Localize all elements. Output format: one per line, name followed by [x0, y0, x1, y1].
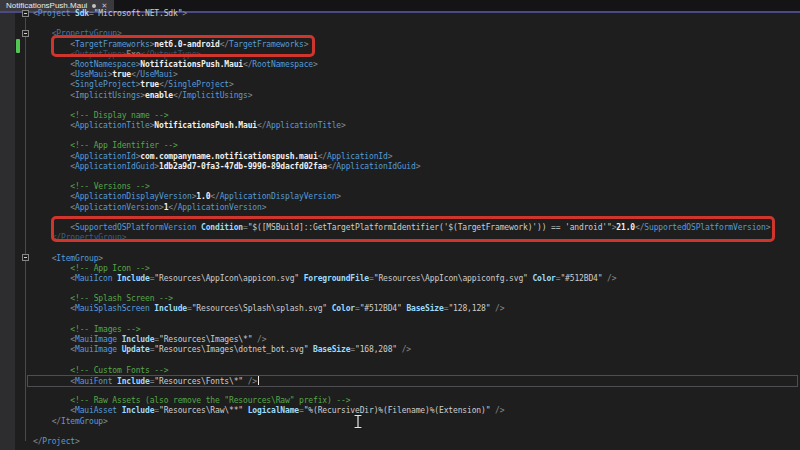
breakpoint-margin[interactable] [0, 13, 15, 450]
code-line: <MauiImage Update="Resources\Images\dotn… [33, 345, 770, 355]
fold-collapse-button[interactable] [22, 254, 29, 261]
code-line: <RootNamespace>NotificationsPush.Maui</R… [33, 60, 770, 70]
fold-collapse-button[interactable] [22, 10, 29, 17]
code-line: <MauiImage Include="Resources\Images\*" … [33, 335, 770, 345]
code-line: <!-- Splash Screen --> [33, 294, 770, 304]
code-line [33, 172, 770, 182]
code-line: </ItemGroup> [33, 417, 770, 427]
code-line [33, 315, 770, 325]
modified-dot-icon [92, 4, 96, 8]
code-line: <SupportedOSPlatformVersion Condition="$… [33, 223, 770, 233]
code-line [33, 19, 770, 29]
code-line [33, 386, 770, 396]
code-line: <MauiFont Include="Resources\Fonts\*" /> [33, 376, 770, 386]
code-line: <ImplicitUsings>enable</ImplicitUsings> [33, 91, 770, 101]
code-line: <OutputType>Exe</OutputType> [33, 50, 770, 60]
fold-collapse-button[interactable] [22, 30, 29, 37]
code-line [33, 355, 770, 365]
text-caret [258, 376, 259, 385]
code-line: <!-- App Icon --> [33, 264, 770, 274]
code-line: <ApplicationTitle>NotificationsPush.Maui… [33, 121, 770, 131]
code-line: <MauiSplashScreen Include="Resources\Spl… [33, 304, 770, 314]
code-line: <ApplicationId>com.companyname.notificat… [33, 152, 770, 162]
code-line: <UseMaui>true</UseMaui> [33, 70, 770, 80]
mouse-ibeam-cursor [353, 414, 363, 429]
code-line: <TargetFrameworks>net6.0-android</Target… [33, 40, 770, 50]
code-line: <Project Sdk="Microsoft.NET.Sdk"> [33, 9, 770, 19]
code-line: </PropertyGroup> [33, 233, 770, 243]
code-line: <!-- App Identifier --> [33, 141, 770, 151]
code-line: <!-- Custom Fonts --> [33, 366, 770, 376]
code-line [33, 284, 770, 294]
code-line: <!-- Images --> [33, 325, 770, 335]
code-line [33, 101, 770, 111]
vs-editor-window: NotificationsPush.Maui ✕ <Project Sdk="M… [0, 0, 800, 450]
code-line: <ApplicationVersion>1</ApplicationVersio… [33, 203, 770, 213]
code-line: <ApplicationDisplayVersion>1.0</Applicat… [33, 192, 770, 202]
code-line: <MauiAsset Include="Resources\Raw\**" Lo… [33, 406, 770, 416]
code-line: <MauiIcon Include="Resources\AppIcon\app… [33, 274, 770, 284]
code-line [33, 243, 770, 253]
code-line: <!-- Raw Assets (also remove the "Resour… [33, 396, 770, 406]
code-line: <!-- Display name --> [33, 111, 770, 121]
tracked-change-indicator [16, 39, 20, 53]
code-editor[interactable]: <Project Sdk="Microsoft.NET.Sdk"> <Prope… [0, 13, 800, 450]
code-line: <ApplicationIdGuid>1db2a9d7-0fa3-47db-99… [33, 162, 770, 172]
code-content[interactable]: <Project Sdk="Microsoft.NET.Sdk"> <Prope… [33, 9, 770, 447]
code-line [33, 131, 770, 141]
code-line: </Project> [33, 437, 770, 447]
code-line [33, 427, 770, 437]
code-line: <SingleProject>true</SingleProject> [33, 80, 770, 90]
code-line: <!-- Versions --> [33, 182, 770, 192]
code-line: <PropertyGroup> [33, 29, 770, 39]
code-line: <ItemGroup> [33, 254, 770, 264]
code-line [33, 213, 770, 223]
outline-guide-line [25, 18, 26, 441]
